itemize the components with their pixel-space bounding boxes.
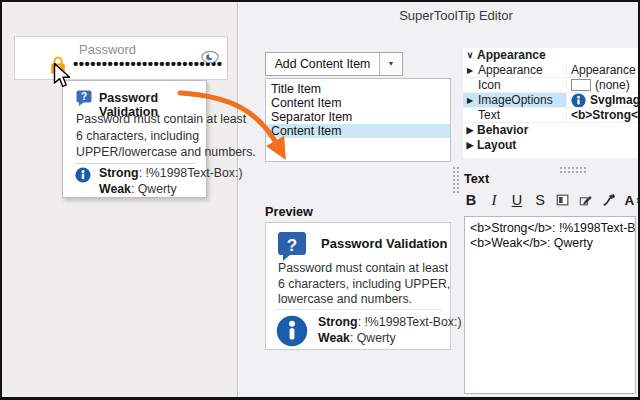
splitter-grip-vertical[interactable]	[452, 166, 461, 194]
font-size-button[interactable]: A↕	[625, 190, 639, 210]
chevron-collapsed-icon[interactable]: ▶	[463, 123, 477, 138]
preview-tooltip-title: Password Validation	[321, 236, 447, 251]
splitter-grip-horizontal[interactable]	[559, 166, 587, 175]
category-layout[interactable]: ▶ Layout	[463, 138, 640, 153]
property-row-appearance[interactable]: ▶ Appearance Appearance	[463, 63, 640, 78]
text-editor-line: <b>Strong</b>: !%1998Text-Box:)	[470, 221, 630, 236]
underline-button[interactable]: U	[510, 190, 524, 210]
preview-strong-line: Strong: !%1998Text-Box:)	[318, 315, 462, 329]
add-content-item-button[interactable]: Add Content Item ▼	[265, 52, 403, 76]
question-bubble-icon: ?	[277, 231, 307, 261]
info-circle-icon	[276, 315, 308, 347]
preview-weak-line: Weak: Qwerty	[318, 331, 396, 345]
icon-preview-box	[571, 79, 591, 91]
supertooltip-editor-dialog: SuperToolTip Editor Add Content Item ▼ T…	[237, 0, 640, 400]
tooltip-weak-line: Weak: Qwerty	[99, 182, 177, 196]
chevron-down-icon: ▼	[388, 60, 395, 67]
list-item[interactable]: Separator Item	[266, 110, 450, 124]
format-toolbar: B I U S	[464, 188, 640, 212]
add-content-item-label: Add Content Item	[266, 53, 379, 75]
expand-icon[interactable]: ▶	[463, 93, 477, 107]
pencil-icon	[579, 192, 593, 208]
eye-icon[interactable]	[201, 50, 219, 64]
text-editor-line: <b>Weak</b>: Qwerty	[470, 236, 630, 251]
category-behavior[interactable]: ▶ Behavior	[463, 123, 640, 138]
list-item-selected[interactable]: Content Item	[266, 124, 450, 138]
category-appearance[interactable]: ∨ Appearance	[463, 48, 640, 63]
list-item[interactable]: Content Item	[266, 96, 450, 110]
preview-separator	[276, 309, 442, 310]
image-frame-button[interactable]	[556, 190, 570, 210]
property-grid: ∨ Appearance ▶ Appearance Appearance Ico…	[463, 48, 640, 158]
password-field[interactable]: Password ••••••••••••••••••••••••••	[14, 36, 228, 80]
pen-swoosh-icon	[602, 192, 616, 208]
svg-text:?: ?	[287, 236, 297, 255]
lock-icon	[49, 54, 67, 76]
tooltip-separator	[75, 163, 196, 164]
chevron-collapsed-icon[interactable]: ▶	[463, 138, 477, 153]
password-tooltip: ? Password Validation Password must cont…	[62, 80, 207, 198]
expand-icon[interactable]: ▶	[463, 63, 477, 77]
list-item[interactable]: Title Item	[266, 82, 450, 96]
tooltip-strong-line: Strong: !%1998Text-Box:)	[99, 166, 243, 180]
bold-button[interactable]: B	[464, 190, 478, 210]
frame-icon	[556, 192, 570, 208]
preview-tooltip: ? Password Validation Password must cont…	[265, 222, 451, 350]
demo-panel: Password •••••••••••••••••••••••••• ? Pa…	[0, 0, 237, 400]
property-row-icon[interactable]: Icon (none)	[463, 78, 640, 93]
updown-arrow-icon: ↕	[635, 195, 640, 205]
property-row-imageoptions[interactable]: ▶ ImageOptions SvgImage	[463, 93, 640, 108]
preview-tooltip-body: Password must contain at least 6 charact…	[278, 261, 450, 308]
text-editor[interactable]: <b>Strong</b>: !%1998Text-Box:) <b>Weak<…	[464, 216, 636, 394]
tooltip-body: Password must contain at least 6 charact…	[76, 111, 256, 161]
info-circle-icon	[75, 167, 91, 183]
text-section-label: Text	[464, 172, 489, 186]
screenshot-root: Password •••••••••••••••••••••••••• ? Pa…	[0, 0, 640, 400]
edit-text-button[interactable]	[579, 190, 593, 210]
content-items-list[interactable]: Title Item Content Item Separator Item C…	[265, 78, 451, 162]
add-item-dropdown-button[interactable]: ▼	[379, 53, 402, 75]
property-row-text[interactable]: Text <b>Strong</b>: !%1998Text-Box:)	[463, 108, 640, 123]
question-bubble-icon: ?	[76, 90, 92, 106]
italic-button[interactable]: I	[487, 190, 501, 210]
chevron-expanded-icon[interactable]: ∨	[463, 48, 477, 63]
dialog-title: SuperToolTip Editor	[238, 8, 640, 23]
svg-text:?: ?	[81, 91, 87, 102]
preview-label: Preview	[265, 205, 313, 219]
format-painter-button[interactable]	[602, 190, 616, 210]
strikethrough-button[interactable]: S	[533, 190, 547, 210]
info-circle-icon	[571, 93, 586, 107]
